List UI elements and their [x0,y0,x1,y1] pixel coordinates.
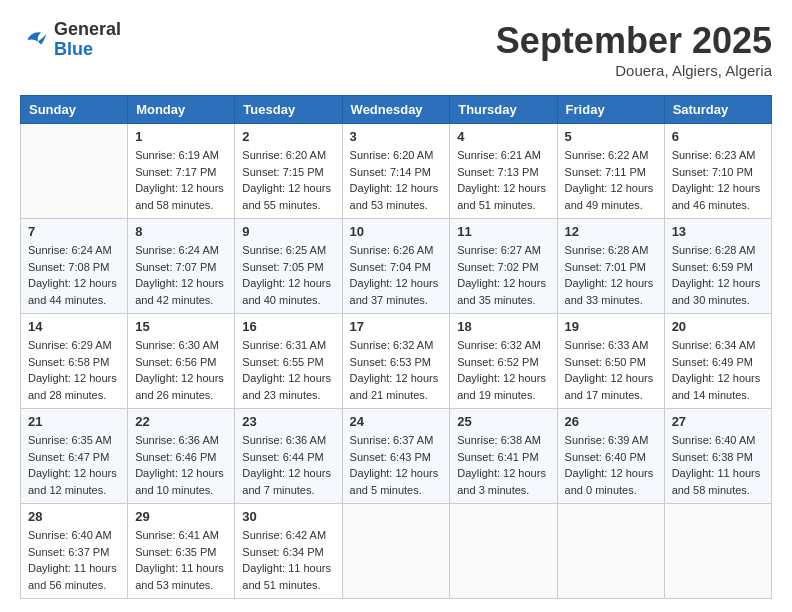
day-info: Sunrise: 6:41 AM Sunset: 6:35 PM Dayligh… [135,527,227,593]
day-number: 27 [672,414,764,429]
daylight-label: Daylight: 12 hours and 58 minutes. [135,182,224,211]
sunset-label: Sunset: 6:43 PM [350,451,431,463]
calendar-cell: 26 Sunrise: 6:39 AM Sunset: 6:40 PM Dayl… [557,409,664,504]
sunrise-label: Sunrise: 6:27 AM [457,244,541,256]
daylight-label: Daylight: 12 hours and 23 minutes. [242,372,331,401]
daylight-label: Daylight: 12 hours and 21 minutes. [350,372,439,401]
calendar-cell [21,124,128,219]
daylight-label: Daylight: 12 hours and 28 minutes. [28,372,117,401]
calendar-cell: 30 Sunrise: 6:42 AM Sunset: 6:34 PM Dayl… [235,504,342,599]
daylight-label: Daylight: 11 hours and 51 minutes. [242,562,331,591]
daylight-label: Daylight: 12 hours and 37 minutes. [350,277,439,306]
calendar-cell: 3 Sunrise: 6:20 AM Sunset: 7:14 PM Dayli… [342,124,450,219]
day-info: Sunrise: 6:24 AM Sunset: 7:08 PM Dayligh… [28,242,120,308]
calendar-cell: 4 Sunrise: 6:21 AM Sunset: 7:13 PM Dayli… [450,124,557,219]
sunset-label: Sunset: 7:01 PM [565,261,646,273]
sunrise-label: Sunrise: 6:35 AM [28,434,112,446]
daylight-label: Daylight: 12 hours and 17 minutes. [565,372,654,401]
day-number: 17 [350,319,443,334]
calendar-week-row: 7 Sunrise: 6:24 AM Sunset: 7:08 PM Dayli… [21,219,772,314]
day-number: 11 [457,224,549,239]
day-number: 19 [565,319,657,334]
sunrise-label: Sunrise: 6:24 AM [135,244,219,256]
calendar-cell: 29 Sunrise: 6:41 AM Sunset: 6:35 PM Dayl… [128,504,235,599]
sunrise-label: Sunrise: 6:40 AM [672,434,756,446]
calendar-subtitle: Douera, Algiers, Algeria [496,62,772,79]
sunset-label: Sunset: 6:35 PM [135,546,216,558]
sunrise-label: Sunrise: 6:41 AM [135,529,219,541]
day-number: 16 [242,319,334,334]
calendar-title: September 2025 [496,20,772,62]
day-number: 24 [350,414,443,429]
weekday-header-monday: Monday [128,96,235,124]
day-info: Sunrise: 6:36 AM Sunset: 6:46 PM Dayligh… [135,432,227,498]
sunrise-label: Sunrise: 6:42 AM [242,529,326,541]
sunrise-label: Sunrise: 6:29 AM [28,339,112,351]
calendar-cell: 7 Sunrise: 6:24 AM Sunset: 7:08 PM Dayli… [21,219,128,314]
daylight-label: Daylight: 12 hours and 46 minutes. [672,182,761,211]
day-number: 14 [28,319,120,334]
day-info: Sunrise: 6:39 AM Sunset: 6:40 PM Dayligh… [565,432,657,498]
daylight-label: Daylight: 12 hours and 26 minutes. [135,372,224,401]
daylight-label: Daylight: 12 hours and 35 minutes. [457,277,546,306]
sunset-label: Sunset: 7:02 PM [457,261,538,273]
sunset-label: Sunset: 6:46 PM [135,451,216,463]
page-header: General Blue September 2025 Douera, Algi… [20,20,772,79]
weekday-header-tuesday: Tuesday [235,96,342,124]
day-number: 15 [135,319,227,334]
day-info: Sunrise: 6:20 AM Sunset: 7:14 PM Dayligh… [350,147,443,213]
calendar-cell: 14 Sunrise: 6:29 AM Sunset: 6:58 PM Dayl… [21,314,128,409]
sunset-label: Sunset: 7:14 PM [350,166,431,178]
sunrise-label: Sunrise: 6:37 AM [350,434,434,446]
sunrise-label: Sunrise: 6:33 AM [565,339,649,351]
calendar-cell: 17 Sunrise: 6:32 AM Sunset: 6:53 PM Dayl… [342,314,450,409]
sunrise-label: Sunrise: 6:25 AM [242,244,326,256]
daylight-label: Daylight: 11 hours and 56 minutes. [28,562,117,591]
sunrise-label: Sunrise: 6:24 AM [28,244,112,256]
daylight-label: Daylight: 12 hours and 40 minutes. [242,277,331,306]
day-number: 1 [135,129,227,144]
sunset-label: Sunset: 6:50 PM [565,356,646,368]
day-info: Sunrise: 6:36 AM Sunset: 6:44 PM Dayligh… [242,432,334,498]
sunrise-label: Sunrise: 6:39 AM [565,434,649,446]
daylight-label: Daylight: 12 hours and 30 minutes. [672,277,761,306]
weekday-header-row: SundayMondayTuesdayWednesdayThursdayFrid… [21,96,772,124]
sunset-label: Sunset: 6:44 PM [242,451,323,463]
sunset-label: Sunset: 6:47 PM [28,451,109,463]
sunset-label: Sunset: 7:15 PM [242,166,323,178]
daylight-label: Daylight: 12 hours and 51 minutes. [457,182,546,211]
calendar-cell: 13 Sunrise: 6:28 AM Sunset: 6:59 PM Dayl… [664,219,771,314]
day-number: 7 [28,224,120,239]
calendar-cell: 9 Sunrise: 6:25 AM Sunset: 7:05 PM Dayli… [235,219,342,314]
calendar-cell: 22 Sunrise: 6:36 AM Sunset: 6:46 PM Dayl… [128,409,235,504]
day-number: 23 [242,414,334,429]
day-info: Sunrise: 6:28 AM Sunset: 7:01 PM Dayligh… [565,242,657,308]
sunset-label: Sunset: 7:07 PM [135,261,216,273]
sunset-label: Sunset: 6:55 PM [242,356,323,368]
day-info: Sunrise: 6:28 AM Sunset: 6:59 PM Dayligh… [672,242,764,308]
day-number: 6 [672,129,764,144]
day-number: 3 [350,129,443,144]
sunrise-label: Sunrise: 6:36 AM [242,434,326,446]
day-info: Sunrise: 6:31 AM Sunset: 6:55 PM Dayligh… [242,337,334,403]
title-block: September 2025 Douera, Algiers, Algeria [496,20,772,79]
day-info: Sunrise: 6:27 AM Sunset: 7:02 PM Dayligh… [457,242,549,308]
daylight-label: Daylight: 12 hours and 19 minutes. [457,372,546,401]
calendar-table: SundayMondayTuesdayWednesdayThursdayFrid… [20,95,772,599]
day-info: Sunrise: 6:38 AM Sunset: 6:41 PM Dayligh… [457,432,549,498]
sunset-label: Sunset: 6:53 PM [350,356,431,368]
calendar-cell: 2 Sunrise: 6:20 AM Sunset: 7:15 PM Dayli… [235,124,342,219]
daylight-label: Daylight: 12 hours and 49 minutes. [565,182,654,211]
day-number: 4 [457,129,549,144]
sunset-label: Sunset: 7:05 PM [242,261,323,273]
calendar-cell: 27 Sunrise: 6:40 AM Sunset: 6:38 PM Dayl… [664,409,771,504]
daylight-label: Daylight: 12 hours and 7 minutes. [242,467,331,496]
sunset-label: Sunset: 7:13 PM [457,166,538,178]
day-number: 26 [565,414,657,429]
calendar-cell: 5 Sunrise: 6:22 AM Sunset: 7:11 PM Dayli… [557,124,664,219]
sunset-label: Sunset: 7:11 PM [565,166,646,178]
day-info: Sunrise: 6:25 AM Sunset: 7:05 PM Dayligh… [242,242,334,308]
calendar-cell: 16 Sunrise: 6:31 AM Sunset: 6:55 PM Dayl… [235,314,342,409]
sunrise-label: Sunrise: 6:38 AM [457,434,541,446]
calendar-cell: 12 Sunrise: 6:28 AM Sunset: 7:01 PM Dayl… [557,219,664,314]
